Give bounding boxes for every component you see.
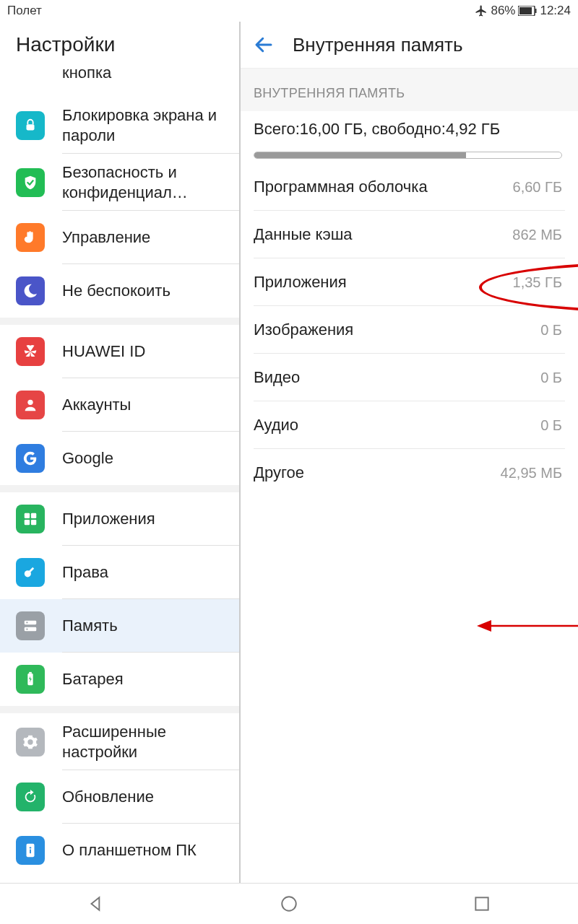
storage-detail-pane: Внутренняя память ВНУТРЕННЯЯ ПАМЯТЬ Всег… (241, 22, 578, 883)
sidebar-item-label: Google (62, 448, 113, 468)
sidebar-item-label: Управление (62, 227, 150, 248)
status-left-text: Полет (7, 4, 42, 18)
status-bar: Полет 86% 12:24 (0, 0, 578, 22)
moon-icon (16, 276, 45, 305)
battery-icon (518, 6, 537, 16)
sidebar-item-4[interactable]: Не беспокоить (0, 264, 239, 318)
annotation-arrow (475, 617, 578, 635)
apps-icon (16, 505, 45, 533)
storage-row-name: Приложения (254, 273, 347, 292)
sidebar-item-label: Обновление (62, 787, 154, 807)
storage-row-name: Видео (254, 368, 300, 387)
update-icon (16, 783, 45, 811)
sidebar-item-5[interactable]: HUAWEI ID (0, 325, 239, 378)
svg-rect-1 (519, 7, 532, 14)
storage-row-name: Данные кэша (254, 225, 353, 244)
shield-icon (16, 168, 45, 197)
storage-row-name: Другое (254, 463, 304, 482)
svg-point-15 (26, 628, 27, 629)
sidebar-item-1[interactable]: Блокировка экрана и пароли (0, 97, 239, 154)
svg-rect-4 (27, 124, 35, 130)
sidebar-item-label: Безопасность и конфиденциал… (62, 162, 223, 202)
sidebar-item-8[interactable]: Приложения (0, 492, 239, 546)
storage-row-3[interactable]: Изображения0 Б (241, 306, 578, 354)
svg-point-19 (30, 847, 31, 848)
page-title: Внутренняя память (293, 34, 463, 56)
storage-row-value: 1,35 ГБ (513, 274, 562, 291)
storage-row-5[interactable]: Аудио0 Б (241, 401, 578, 449)
svg-point-14 (26, 622, 27, 623)
nav-recent-button[interactable] (439, 884, 525, 925)
sidebar-item-3[interactable]: Управление (0, 211, 239, 264)
storage-row-value: 0 Б (540, 322, 562, 339)
user-icon (16, 391, 45, 419)
info-icon (16, 836, 45, 865)
sidebar-item-10[interactable]: Память (0, 599, 239, 653)
sidebar-item-13[interactable]: Обновление (0, 770, 239, 824)
sidebar-item-label: Права (62, 562, 108, 583)
sidebar-item-label: HUAWEI ID (62, 341, 145, 362)
sidebar-item-label: Расширенные настройки (62, 722, 223, 762)
svg-rect-2 (535, 9, 537, 13)
sidebar-item-9[interactable]: Права (0, 546, 239, 599)
storage-row-value: 6,60 ГБ (513, 179, 562, 196)
nav-home-button[interactable] (246, 884, 332, 925)
storage-row-name: Аудио (254, 416, 298, 435)
storage-row-6[interactable]: Другое42,95 МБ (241, 449, 578, 497)
svg-rect-24 (475, 897, 488, 910)
storage-summary: Всего: 16,00 ГБ , свободно: 4,92 ГБ (241, 111, 578, 163)
sidebar-item-11[interactable]: Батарея (0, 653, 239, 706)
storage-row-name: Изображения (254, 321, 353, 339)
sidebar-item-label: Приложения (62, 509, 155, 529)
back-button[interactable] (248, 29, 280, 61)
gear-icon (16, 728, 45, 757)
storage-free-label: , свободно: (363, 120, 446, 139)
sidebar-item-6[interactable]: Аккаунты (0, 378, 239, 432)
storage-progress-bar (254, 152, 562, 159)
sidebar-item-2[interactable]: Безопасность и конфиденциал… (0, 154, 239, 211)
sidebar-group-gap (0, 706, 239, 713)
system-nav-bar (0, 883, 578, 924)
svg-rect-17 (29, 672, 32, 674)
svg-point-5 (27, 400, 33, 405)
storage-row-1[interactable]: Данные кэша862 МБ (241, 211, 578, 258)
storage-free-value: 4,92 ГБ (446, 120, 500, 139)
storage-total-label: Всего: (254, 120, 300, 139)
svg-rect-9 (31, 520, 36, 525)
sidebar-item-7[interactable]: Google (0, 432, 239, 485)
storage-row-0[interactable]: Программная оболочка6,60 ГБ (241, 163, 578, 211)
sidebar-item-label: Батарея (62, 669, 124, 689)
sidebar-item-label: О планшетном ПК (62, 840, 197, 860)
storage-row-value: 0 Б (540, 417, 562, 434)
sidebar-item-label: кнопка (62, 68, 111, 83)
svg-point-23 (282, 897, 296, 911)
svg-rect-13 (25, 627, 37, 632)
storage-total-value: 16,00 ГБ (300, 120, 363, 139)
sidebar-item-12[interactable]: Расширенные настройки (0, 713, 239, 770)
storage-row-value: 42,95 МБ (501, 465, 562, 481)
svg-rect-8 (25, 520, 30, 525)
svg-marker-22 (477, 620, 491, 632)
svg-rect-12 (25, 621, 37, 625)
sidebar-item-0[interactable]: кнопка (0, 68, 239, 97)
sidebar-title: Настройки (0, 22, 239, 68)
svg-rect-7 (31, 513, 36, 518)
settings-sidebar: Настройки кнопкаБлокировка экрана и паро… (0, 22, 241, 883)
sidebar-item-label: Память (62, 616, 118, 636)
lock-icon (16, 111, 45, 140)
key-icon (16, 558, 45, 587)
storage-row-2[interactable]: Приложения1,35 ГБ (241, 258, 578, 306)
svg-rect-20 (30, 850, 31, 854)
status-time: 12:24 (540, 4, 571, 18)
sidebar-group-gap (0, 485, 239, 492)
google-icon (16, 444, 45, 473)
status-right: 86% 12:24 (475, 4, 571, 18)
sidebar-item-label: Не беспокоить (62, 281, 171, 301)
huawei-icon (16, 337, 45, 366)
svg-rect-6 (25, 513, 30, 518)
nav-back-button[interactable] (53, 884, 139, 925)
sidebar-item-label: Блокировка экрана и пароли (62, 105, 223, 145)
sidebar-item-14[interactable]: О планшетном ПК (0, 824, 239, 877)
hand-icon (16, 223, 45, 252)
storage-row-4[interactable]: Видео0 Б (241, 354, 578, 401)
